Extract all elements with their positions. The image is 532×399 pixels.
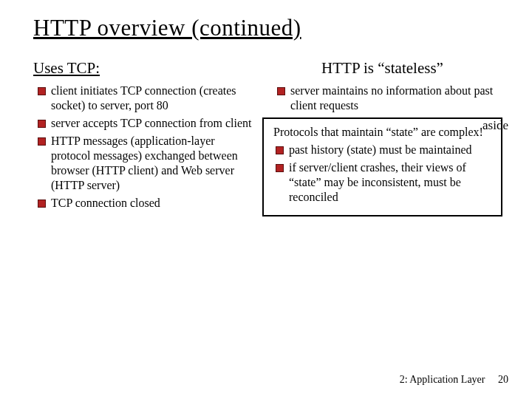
aside-label: aside [482,117,508,133]
right-column: HTTP is “stateless” server maintains no … [262,59,502,216]
left-list: client initiates TCP connection (creates… [33,83,255,211]
left-heading: Uses TCP: [33,59,255,78]
aside-box: aside Protocols that maintain “state” ar… [262,117,502,216]
columns: Uses TCP: client initiates TCP connectio… [33,59,502,216]
footer: 2: Application Layer 20 [400,374,508,386]
list-item: server maintains no information about pa… [277,83,502,113]
slide: HTTP overview (continued) Uses TCP: clie… [0,0,532,399]
list-item: server accepts TCP connection from clien… [38,116,255,131]
aside-list: past history (state) must be maintained … [271,143,494,205]
list-item: TCP connection closed [38,196,255,211]
page-number: 20 [498,374,508,385]
right-heading: HTTP is “stateless” [262,59,502,78]
list-item: past history (state) must be maintained [276,143,494,157]
left-column: Uses TCP: client initiates TCP connectio… [33,59,255,216]
list-item: HTTP messages (application-layer protoco… [38,134,255,193]
slide-title: HTTP overview (continued) [33,15,502,41]
list-item: if server/client crashes, their views of… [276,160,494,205]
chapter-label: 2: Application Layer [400,374,485,385]
aside-intro: Protocols that maintain “state” are comp… [271,125,494,140]
list-item: client initiates TCP connection (creates… [38,83,255,113]
right-list: server maintains no information about pa… [262,83,502,113]
